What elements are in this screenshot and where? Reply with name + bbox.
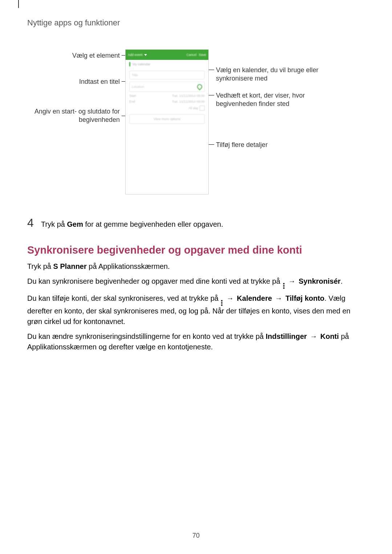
callout-enter-title: Indtast en titel [27,78,120,86]
phone-title-field: Title [129,71,205,79]
more-icon [283,283,285,289]
callout-line [122,116,125,116]
phone-screenshot: Add event Cancel Save My calendar Title … [125,49,209,194]
location-pin-icon [196,83,203,90]
chevron-down-icon [144,54,147,56]
phone-save-button: Save [199,53,206,57]
step-4: 4 Tryk på Gem for at gemme begivenheden … [27,216,365,230]
step-number: 4 [27,216,41,230]
more-icon [221,300,222,306]
callout-choose-calendar: Vælg en kalender, du vil bruge eller syn… [216,66,336,83]
phone-start-row: Start Tue, 11/11/2014 08:00 [129,94,205,98]
heading-sync: Synkronisere begivenheder og opgaver med… [27,244,365,256]
paragraph-4: Du kan ændre synkroniseringsindstillinge… [27,331,365,352]
phone-header: Add event Cancel Save [126,50,208,60]
callout-attach-map: Vedhæft et kort, der viser, hvor begiven… [216,91,336,108]
checkbox-icon [200,106,205,111]
phone-end-row: End Tue, 11/11/2014 09:00 [129,100,205,103]
paragraph-3: Du kan tilføje konti, der skal synkronis… [27,293,365,327]
phone-more-options: View more options [129,114,205,124]
paragraph-1: Tryk på S Planner på Applikationsskærmen… [27,261,365,272]
phone-calendar-label: My calendar [132,62,150,66]
phone-header-title: Add event [128,53,143,57]
section-title: Nyttige apps og funktioner [27,18,365,28]
callout-set-dates: Angiv en start- og slutdato for begivenh… [27,107,120,124]
phone-cancel-button: Cancel [186,53,196,57]
page-number: 70 [0,532,392,539]
phone-allday-row: All day [129,106,205,111]
page-tab-mark [18,0,19,8]
phone-calendar-row: My calendar [126,60,208,69]
step-text: Tryk på Gem for at gemme begivenheden el… [41,219,365,229]
phone-location-field: Location [129,82,205,92]
callout-more-details: Tilføj flere detaljer [216,141,336,149]
paragraph-2: Du kan synkronisere begivenheder og opga… [27,276,365,289]
figure: Vælg et element Indtast en titel Angiv e… [27,49,365,202]
callout-choose-element: Vælg et element [27,52,120,60]
